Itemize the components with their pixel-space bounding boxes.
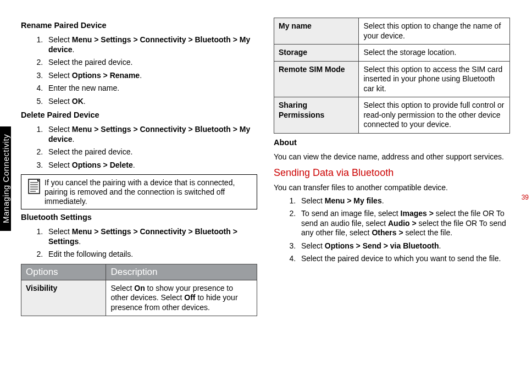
cell-option-desc: Select this option to access the SIM car… xyxy=(359,61,510,97)
step-item: Select the paired device. xyxy=(45,147,257,157)
cell-option-name: Sharing Permissions xyxy=(274,97,359,134)
steps-delete: Select Menu > Settings > Connectivity > … xyxy=(21,125,257,170)
note-icon xyxy=(25,178,45,195)
sending-intro: You can transfer files to another compat… xyxy=(274,183,510,193)
table-row: Visibility Select On to show your presen… xyxy=(21,280,257,316)
th-description: Description xyxy=(106,264,257,280)
cell-option-desc: Select On to show your presence to other… xyxy=(106,280,257,316)
heading-about: About xyxy=(274,138,510,147)
steps-rename: Select Menu > Settings > Connectivity > … xyxy=(21,35,257,106)
cell-option-name: My name xyxy=(274,18,359,45)
about-paragraph: You can view the device name, address an… xyxy=(274,152,510,162)
cell-option-name: Visibility xyxy=(21,280,106,316)
options-table-left: Options Description Visibility Select On… xyxy=(21,264,257,317)
step-item: Select Menu > My files. xyxy=(298,196,510,206)
right-column: My name Select this option to change the… xyxy=(274,18,510,316)
step-item: Edit the following details. xyxy=(45,250,257,260)
cell-option-desc: Select this option to provide full contr… xyxy=(359,97,510,134)
heading-sending-data: Sending Data via Bluetooth xyxy=(274,167,510,179)
step-item: To send an image file, select Images > s… xyxy=(298,209,510,238)
step-item: Select Options > Send > via Bluetooth. xyxy=(298,241,510,251)
page-number: 39 xyxy=(522,194,529,201)
table-row: Sharing Permissions Select this option t… xyxy=(274,97,510,134)
step-item: Select the paired device to which you wa… xyxy=(298,254,510,264)
step-item: Select Options > Rename. xyxy=(45,71,257,81)
note-box: If you cancel the pairing with a device … xyxy=(21,174,257,209)
step-item: Select Menu > Settings > Connectivity > … xyxy=(45,35,257,54)
cell-option-name: Remote SIM Mode xyxy=(274,61,359,97)
note-text: If you cancel the pairing with a device … xyxy=(45,178,253,206)
options-table-right: My name Select this option to change the… xyxy=(274,18,510,134)
side-tab: Managing Connectivity xyxy=(0,126,11,231)
table-header-row: Options Description xyxy=(21,264,257,280)
cell-option-desc: Select this option to change the name of… xyxy=(359,18,510,45)
left-column: Rename Paired Device Select Menu > Setti… xyxy=(21,18,257,316)
th-options: Options xyxy=(21,264,106,280)
heading-delete: Delete Paired Device xyxy=(21,111,257,119)
step-item: Select the paired device. xyxy=(45,58,257,68)
table-row: Remote SIM Mode Select this option to ac… xyxy=(274,61,510,97)
steps-bt-settings: Select Menu > Settings > Connectivity > … xyxy=(21,227,257,260)
cell-option-desc: Select the storage location. xyxy=(359,45,510,62)
step-item: Select Options > Delete. xyxy=(45,161,257,170)
heading-rename: Rename Paired Device xyxy=(21,21,257,30)
step-item: Select OK. xyxy=(45,97,257,107)
table-row: Storage Select the storage location. xyxy=(274,45,510,62)
step-item: Select Menu > Settings > Connectivity > … xyxy=(45,125,257,144)
page-content: Rename Paired Device Select Menu > Setti… xyxy=(21,18,510,316)
step-item: Select Menu > Settings > Connectivity > … xyxy=(45,227,257,246)
heading-bt-settings: Bluetooth Settings xyxy=(21,213,257,222)
cell-option-name: Storage xyxy=(274,45,359,62)
step-item: Enter the new name. xyxy=(45,84,257,93)
steps-sending: Select Menu > My files. To send an image… xyxy=(274,196,510,264)
table-row: My name Select this option to change the… xyxy=(274,18,510,45)
